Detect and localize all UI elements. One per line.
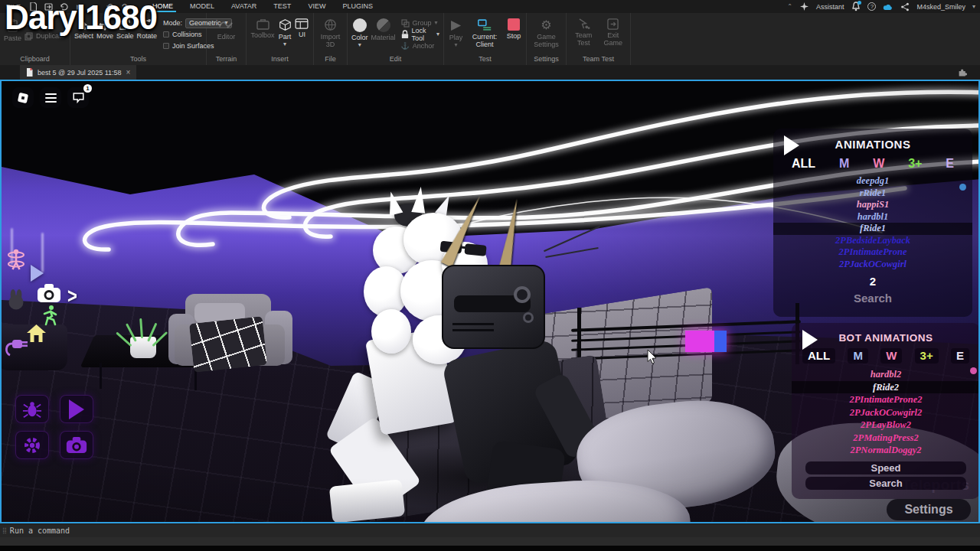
assistant-button[interactable]: Assistant bbox=[816, 3, 844, 11]
game-viewport[interactable]: 1 > bbox=[0, 80, 980, 523]
part-dropdown-caret[interactable]: ▾ bbox=[283, 42, 286, 47]
close-tab-icon[interactable]: × bbox=[126, 68, 131, 77]
bunny-icon[interactable] bbox=[6, 289, 26, 310]
lock-icon bbox=[401, 30, 409, 39]
bot-animations-filter-tabs: ALLMW3+E bbox=[792, 344, 980, 367]
filter-tab[interactable]: E bbox=[951, 348, 969, 364]
terrain-editor-icon bbox=[218, 18, 234, 31]
color-dropdown-caret[interactable]: ▾ bbox=[358, 43, 361, 47]
filter-tab[interactable]: E bbox=[946, 157, 954, 171]
ribbon-tab[interactable]: VIEW bbox=[306, 1, 327, 12]
current-client-icon bbox=[477, 18, 492, 31]
share-icon[interactable] bbox=[900, 2, 910, 11]
bot-search-button[interactable]: Search bbox=[805, 477, 966, 490]
bot-animations-list: hardbl2fRide22PIntimateProne22PJackOCowg… bbox=[792, 368, 980, 457]
bot-animations-panel-title: BOT ANIMATIONS bbox=[792, 323, 980, 344]
ribbon-tab[interactable]: AVATAR bbox=[230, 1, 258, 12]
filter-tab[interactable]: W bbox=[880, 348, 902, 364]
animations-page-number: 2 bbox=[773, 275, 972, 288]
animation-item[interactable]: 2PJackOCowgirl bbox=[773, 259, 972, 271]
group-icon bbox=[401, 19, 410, 28]
expand-chevron-icon[interactable]: > bbox=[67, 284, 77, 309]
speed-button[interactable]: Speed bbox=[805, 461, 966, 474]
join-surfaces-checkbox[interactable] bbox=[163, 43, 169, 49]
user-dropdown-caret-icon[interactable]: ▾ bbox=[972, 3, 975, 10]
tools-section-label: Tools bbox=[70, 55, 206, 63]
ribbon-tab[interactable]: PLUGINS bbox=[341, 1, 374, 12]
cloud-sync-icon[interactable] bbox=[883, 2, 893, 11]
animation-item[interactable]: hardbl2 bbox=[792, 368, 980, 381]
filter-tab[interactable]: 3+ bbox=[915, 348, 939, 364]
watermark-text: Daryl1680 bbox=[5, 0, 157, 37]
animation-item[interactable]: rRide1 bbox=[773, 187, 972, 200]
ribbon-section-edit: Color▾ Material Group▾ Lock Tool▾ ⚓Ancho… bbox=[348, 13, 444, 65]
hamburger-menu-button[interactable] bbox=[40, 87, 61, 108]
ribbon-section-file: Import 3D File bbox=[314, 13, 348, 65]
animation-item[interactable]: fRide1 bbox=[773, 223, 972, 235]
game-settings-button[interactable]: Settings bbox=[887, 499, 971, 520]
document-tab[interactable]: best 5 @ 29 Jul 2025 11:58 × bbox=[20, 65, 136, 80]
dance-emote-icon[interactable] bbox=[6, 248, 26, 271]
scrollbar-dot[interactable] bbox=[970, 367, 977, 374]
material-circle-icon bbox=[377, 18, 390, 32]
filter-tab[interactable]: 3+ bbox=[908, 157, 922, 171]
animation-item[interactable]: fRide2 bbox=[792, 381, 980, 394]
edit-section-label: Edit bbox=[348, 55, 443, 63]
animation-item[interactable]: 2PLayBlow2 bbox=[792, 419, 980, 432]
chat-button[interactable]: 1 bbox=[67, 87, 89, 108]
animation-item[interactable]: 2PMatingPress2 bbox=[792, 432, 980, 445]
camera-icon[interactable] bbox=[37, 283, 61, 303]
filter-tab[interactable]: M bbox=[839, 157, 849, 171]
play-animation-icon[interactable] bbox=[31, 265, 44, 282]
import-3d-globe-icon bbox=[324, 18, 337, 31]
animation-item[interactable]: 2PBedsideLayback bbox=[773, 235, 972, 247]
lock-tool-button[interactable]: Lock Tool▾ bbox=[401, 30, 439, 39]
play-icon bbox=[69, 399, 84, 419]
animation-item[interactable]: happiS1 bbox=[773, 199, 972, 211]
notification-dot bbox=[858, 1, 861, 5]
roblox-menu-button[interactable] bbox=[12, 87, 34, 108]
anchor-button[interactable]: ⚓Anchor bbox=[401, 41, 439, 51]
animations-filter-tabs: ALLMW3+E bbox=[773, 151, 972, 174]
username-label[interactable]: M4sked_Smiley bbox=[916, 3, 965, 11]
scrollbar-dot[interactable] bbox=[959, 184, 966, 191]
filter-tab[interactable]: M bbox=[848, 348, 868, 364]
animation-item[interactable]: 2PIntimateProne bbox=[773, 246, 972, 259]
power-plug-icon[interactable] bbox=[3, 334, 31, 357]
collapse-ribbon-icon[interactable]: ⌃ bbox=[787, 3, 792, 10]
filter-tab[interactable]: ALL bbox=[802, 348, 835, 364]
animation-item[interactable]: hardbl1 bbox=[773, 211, 972, 223]
animations-panel: ANIMATIONS ALLMW3+E deepdg1rRide1happiS1… bbox=[773, 129, 972, 317]
group-button[interactable]: Group▾ bbox=[401, 18, 439, 28]
animation-item[interactable]: 2PNormalDoggy2 bbox=[792, 444, 980, 457]
ribbon-tab[interactable]: TEST bbox=[272, 1, 292, 12]
animation-item[interactable]: deepdg1 bbox=[773, 175, 972, 187]
ribbon-tab[interactable]: MODEL bbox=[188, 1, 216, 12]
debug-bug-button[interactable] bbox=[15, 395, 49, 423]
animations-play-icon[interactable] bbox=[784, 135, 799, 155]
settings-section-label: Settings bbox=[527, 55, 566, 63]
command-bar-grip[interactable]: ⣿ bbox=[2, 527, 5, 534]
screenshot-camera-button[interactable] bbox=[60, 431, 93, 459]
command-bar[interactable]: ⣿ Run a command bbox=[0, 524, 980, 537]
filter-tab[interactable]: ALL bbox=[792, 157, 815, 171]
bot-animations-play-icon[interactable] bbox=[802, 330, 818, 350]
animations-list: deepdg1rRide1happiS1hardbl1fRide12PBedsi… bbox=[773, 175, 972, 270]
play-action-button[interactable] bbox=[60, 395, 93, 423]
plugin-puzzle-icon[interactable] bbox=[958, 67, 968, 77]
animation-item[interactable]: 2PIntimateProne2 bbox=[792, 393, 980, 406]
insert-section-label: Insert bbox=[247, 55, 313, 63]
animations-search-button[interactable]: Search bbox=[773, 292, 972, 305]
document-icon bbox=[26, 68, 33, 77]
runner-emote-icon[interactable] bbox=[40, 305, 58, 326]
document-tab-title: best 5 @ 29 Jul 2025 11:58 bbox=[38, 69, 122, 77]
roblox-logo-icon bbox=[16, 91, 30, 105]
collisions-checkbox[interactable] bbox=[163, 31, 169, 37]
help-icon[interactable]: ? bbox=[867, 2, 876, 11]
animation-item[interactable]: 2PJackOCowgirl2 bbox=[792, 406, 980, 419]
lock-tool-dropdown-caret[interactable]: ▾ bbox=[436, 32, 439, 37]
command-input-placeholder[interactable]: Run a command bbox=[10, 527, 70, 535]
settings-gear-button[interactable] bbox=[15, 431, 49, 459]
filter-tab[interactable]: W bbox=[873, 157, 884, 171]
notifications-bell-icon[interactable] bbox=[851, 2, 861, 11]
